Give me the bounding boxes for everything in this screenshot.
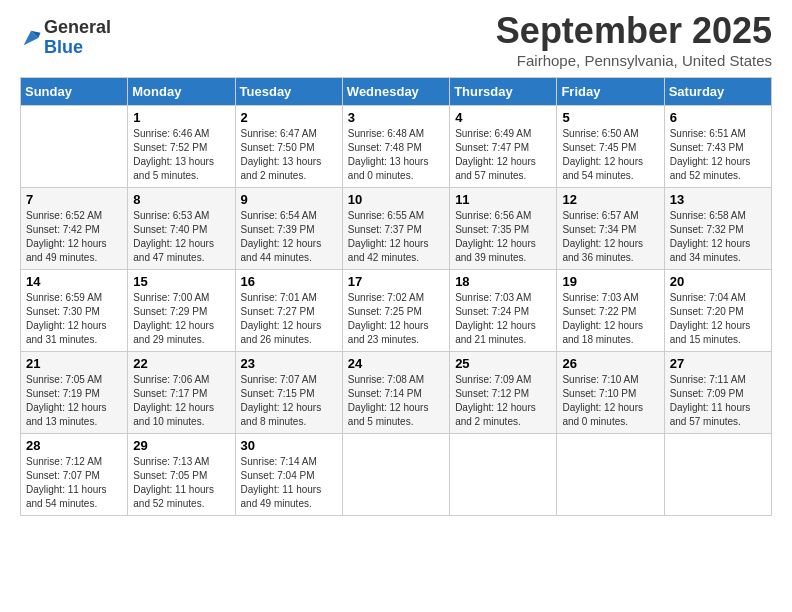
day-number: 1 — [133, 110, 229, 125]
day-info: Sunrise: 6:46 AM Sunset: 7:52 PM Dayligh… — [133, 127, 229, 183]
calendar-cell: 12Sunrise: 6:57 AM Sunset: 7:34 PM Dayli… — [557, 188, 664, 270]
calendar-cell: 7Sunrise: 6:52 AM Sunset: 7:42 PM Daylig… — [21, 188, 128, 270]
day-number: 4 — [455, 110, 551, 125]
calendar-cell — [21, 106, 128, 188]
calendar-cell: 6Sunrise: 6:51 AM Sunset: 7:43 PM Daylig… — [664, 106, 771, 188]
day-number: 21 — [26, 356, 122, 371]
day-number: 30 — [241, 438, 337, 453]
day-info: Sunrise: 6:51 AM Sunset: 7:43 PM Dayligh… — [670, 127, 766, 183]
day-info: Sunrise: 6:48 AM Sunset: 7:48 PM Dayligh… — [348, 127, 444, 183]
day-number: 18 — [455, 274, 551, 289]
calendar-cell: 20Sunrise: 7:04 AM Sunset: 7:20 PM Dayli… — [664, 270, 771, 352]
day-info: Sunrise: 7:00 AM Sunset: 7:29 PM Dayligh… — [133, 291, 229, 347]
day-number: 19 — [562, 274, 658, 289]
day-number: 25 — [455, 356, 551, 371]
weekday-header-saturday: Saturday — [664, 78, 771, 106]
day-info: Sunrise: 6:53 AM Sunset: 7:40 PM Dayligh… — [133, 209, 229, 265]
day-info: Sunrise: 6:58 AM Sunset: 7:32 PM Dayligh… — [670, 209, 766, 265]
calendar-cell: 30Sunrise: 7:14 AM Sunset: 7:04 PM Dayli… — [235, 434, 342, 516]
day-info: Sunrise: 7:03 AM Sunset: 7:24 PM Dayligh… — [455, 291, 551, 347]
day-number: 5 — [562, 110, 658, 125]
calendar-cell: 24Sunrise: 7:08 AM Sunset: 7:14 PM Dayli… — [342, 352, 449, 434]
logo: General Blue — [20, 18, 111, 58]
day-number: 8 — [133, 192, 229, 207]
day-info: Sunrise: 6:50 AM Sunset: 7:45 PM Dayligh… — [562, 127, 658, 183]
weekday-header-wednesday: Wednesday — [342, 78, 449, 106]
calendar-cell: 25Sunrise: 7:09 AM Sunset: 7:12 PM Dayli… — [450, 352, 557, 434]
day-number: 22 — [133, 356, 229, 371]
calendar-cell: 13Sunrise: 6:58 AM Sunset: 7:32 PM Dayli… — [664, 188, 771, 270]
logo-blue: Blue — [44, 38, 111, 58]
day-number: 16 — [241, 274, 337, 289]
calendar-week-3: 21Sunrise: 7:05 AM Sunset: 7:19 PM Dayli… — [21, 352, 772, 434]
calendar-cell: 28Sunrise: 7:12 AM Sunset: 7:07 PM Dayli… — [21, 434, 128, 516]
day-info: Sunrise: 7:11 AM Sunset: 7:09 PM Dayligh… — [670, 373, 766, 429]
day-number: 27 — [670, 356, 766, 371]
weekday-header-thursday: Thursday — [450, 78, 557, 106]
day-info: Sunrise: 7:09 AM Sunset: 7:12 PM Dayligh… — [455, 373, 551, 429]
day-info: Sunrise: 7:12 AM Sunset: 7:07 PM Dayligh… — [26, 455, 122, 511]
page-header: General Blue September 2025 Fairhope, Pe… — [20, 10, 772, 69]
calendar-cell — [342, 434, 449, 516]
day-info: Sunrise: 7:02 AM Sunset: 7:25 PM Dayligh… — [348, 291, 444, 347]
day-info: Sunrise: 6:47 AM Sunset: 7:50 PM Dayligh… — [241, 127, 337, 183]
calendar-cell: 21Sunrise: 7:05 AM Sunset: 7:19 PM Dayli… — [21, 352, 128, 434]
day-number: 11 — [455, 192, 551, 207]
calendar-cell: 23Sunrise: 7:07 AM Sunset: 7:15 PM Dayli… — [235, 352, 342, 434]
day-number: 14 — [26, 274, 122, 289]
weekday-header-monday: Monday — [128, 78, 235, 106]
day-info: Sunrise: 7:14 AM Sunset: 7:04 PM Dayligh… — [241, 455, 337, 511]
day-info: Sunrise: 7:01 AM Sunset: 7:27 PM Dayligh… — [241, 291, 337, 347]
day-info: Sunrise: 7:03 AM Sunset: 7:22 PM Dayligh… — [562, 291, 658, 347]
day-number: 20 — [670, 274, 766, 289]
day-number: 12 — [562, 192, 658, 207]
day-info: Sunrise: 7:07 AM Sunset: 7:15 PM Dayligh… — [241, 373, 337, 429]
calendar-cell: 27Sunrise: 7:11 AM Sunset: 7:09 PM Dayli… — [664, 352, 771, 434]
calendar-cell — [664, 434, 771, 516]
day-number: 13 — [670, 192, 766, 207]
day-info: Sunrise: 7:04 AM Sunset: 7:20 PM Dayligh… — [670, 291, 766, 347]
calendar-cell: 5Sunrise: 6:50 AM Sunset: 7:45 PM Daylig… — [557, 106, 664, 188]
day-number: 6 — [670, 110, 766, 125]
calendar-body: 1Sunrise: 6:46 AM Sunset: 7:52 PM Daylig… — [21, 106, 772, 516]
day-info: Sunrise: 7:08 AM Sunset: 7:14 PM Dayligh… — [348, 373, 444, 429]
calendar-cell: 15Sunrise: 7:00 AM Sunset: 7:29 PM Dayli… — [128, 270, 235, 352]
calendar-cell: 19Sunrise: 7:03 AM Sunset: 7:22 PM Dayli… — [557, 270, 664, 352]
calendar-cell: 29Sunrise: 7:13 AM Sunset: 7:05 PM Dayli… — [128, 434, 235, 516]
day-number: 23 — [241, 356, 337, 371]
calendar-cell: 2Sunrise: 6:47 AM Sunset: 7:50 PM Daylig… — [235, 106, 342, 188]
logo-general: General — [44, 18, 111, 38]
calendar-week-1: 7Sunrise: 6:52 AM Sunset: 7:42 PM Daylig… — [21, 188, 772, 270]
location: Fairhope, Pennsylvania, United States — [496, 52, 772, 69]
calendar-cell: 4Sunrise: 6:49 AM Sunset: 7:47 PM Daylig… — [450, 106, 557, 188]
calendar-cell: 11Sunrise: 6:56 AM Sunset: 7:35 PM Dayli… — [450, 188, 557, 270]
day-number: 26 — [562, 356, 658, 371]
calendar-cell: 3Sunrise: 6:48 AM Sunset: 7:48 PM Daylig… — [342, 106, 449, 188]
calendar-cell: 17Sunrise: 7:02 AM Sunset: 7:25 PM Dayli… — [342, 270, 449, 352]
calendar-week-4: 28Sunrise: 7:12 AM Sunset: 7:07 PM Dayli… — [21, 434, 772, 516]
day-number: 10 — [348, 192, 444, 207]
calendar-cell: 10Sunrise: 6:55 AM Sunset: 7:37 PM Dayli… — [342, 188, 449, 270]
day-info: Sunrise: 6:59 AM Sunset: 7:30 PM Dayligh… — [26, 291, 122, 347]
calendar-cell: 18Sunrise: 7:03 AM Sunset: 7:24 PM Dayli… — [450, 270, 557, 352]
day-info: Sunrise: 7:13 AM Sunset: 7:05 PM Dayligh… — [133, 455, 229, 511]
calendar-cell: 26Sunrise: 7:10 AM Sunset: 7:10 PM Dayli… — [557, 352, 664, 434]
calendar-cell — [450, 434, 557, 516]
day-info: Sunrise: 7:06 AM Sunset: 7:17 PM Dayligh… — [133, 373, 229, 429]
day-info: Sunrise: 6:55 AM Sunset: 7:37 PM Dayligh… — [348, 209, 444, 265]
title-block: September 2025 Fairhope, Pennsylvania, U… — [496, 10, 772, 69]
day-info: Sunrise: 7:05 AM Sunset: 7:19 PM Dayligh… — [26, 373, 122, 429]
logo-icon — [20, 27, 42, 49]
day-info: Sunrise: 6:56 AM Sunset: 7:35 PM Dayligh… — [455, 209, 551, 265]
logo-text: General Blue — [44, 18, 111, 58]
day-number: 28 — [26, 438, 122, 453]
day-number: 15 — [133, 274, 229, 289]
day-number: 7 — [26, 192, 122, 207]
calendar-cell: 1Sunrise: 6:46 AM Sunset: 7:52 PM Daylig… — [128, 106, 235, 188]
calendar-cell: 9Sunrise: 6:54 AM Sunset: 7:39 PM Daylig… — [235, 188, 342, 270]
calendar-header: SundayMondayTuesdayWednesdayThursdayFrid… — [21, 78, 772, 106]
calendar-cell: 8Sunrise: 6:53 AM Sunset: 7:40 PM Daylig… — [128, 188, 235, 270]
day-info: Sunrise: 6:49 AM Sunset: 7:47 PM Dayligh… — [455, 127, 551, 183]
month-title: September 2025 — [496, 10, 772, 52]
day-info: Sunrise: 6:57 AM Sunset: 7:34 PM Dayligh… — [562, 209, 658, 265]
